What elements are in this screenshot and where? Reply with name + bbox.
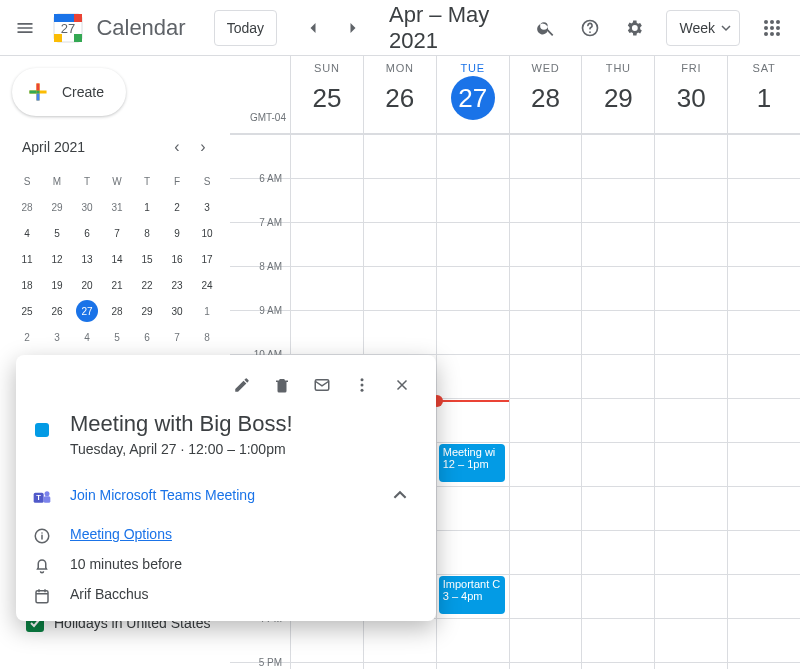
minical-day[interactable]: 18 xyxy=(12,272,42,298)
day-column[interactable] xyxy=(581,134,654,669)
settings-button[interactable] xyxy=(614,8,654,48)
minical-day[interactable]: 29 xyxy=(132,298,162,324)
minical-day[interactable]: 23 xyxy=(162,272,192,298)
minical-day[interactable]: 9 xyxy=(162,220,192,246)
minical-day[interactable]: 7 xyxy=(102,220,132,246)
minical-day[interactable]: 1 xyxy=(192,298,222,324)
minical-day[interactable]: 31 xyxy=(102,194,132,220)
day-header[interactable]: FRI30 xyxy=(654,56,727,133)
minical-dow: M xyxy=(42,168,72,194)
minical-day[interactable]: 27 xyxy=(76,300,98,322)
minical-day[interactable]: 10 xyxy=(192,220,222,246)
minical-day[interactable]: 8 xyxy=(132,220,162,246)
minical-day[interactable]: 12 xyxy=(42,246,72,272)
next-period-button[interactable] xyxy=(333,8,373,48)
minical-day[interactable]: 4 xyxy=(72,324,102,350)
dow-label: WED xyxy=(510,62,582,74)
minical-day[interactable]: 25 xyxy=(12,298,42,324)
day-header[interactable]: THU29 xyxy=(581,56,654,133)
minical-day[interactable]: 17 xyxy=(192,246,222,272)
minical-day[interactable]: 15 xyxy=(132,246,162,272)
minical-day[interactable]: 1 xyxy=(132,194,162,220)
minical-day[interactable]: 28 xyxy=(12,194,42,220)
minical-day[interactable]: 13 xyxy=(72,246,102,272)
edit-event-button[interactable] xyxy=(224,367,260,403)
day-column[interactable]: Meeting wi12 – 1pmImportant C3 – 4pm xyxy=(436,134,509,669)
event-block[interactable]: Meeting wi12 – 1pm xyxy=(439,444,505,482)
svg-point-13 xyxy=(776,26,780,30)
day-header[interactable]: WED28 xyxy=(509,56,582,133)
day-header[interactable]: SUN25 xyxy=(290,56,363,133)
minical-day[interactable]: 5 xyxy=(42,220,72,246)
event-color-chip xyxy=(35,423,49,437)
apps-button[interactable] xyxy=(752,8,792,48)
minical-day[interactable]: 22 xyxy=(132,272,162,298)
minical-day[interactable]: 4 xyxy=(12,220,42,246)
dow-label: MON xyxy=(364,62,436,74)
minical-day[interactable]: 6 xyxy=(132,324,162,350)
svg-point-18 xyxy=(361,378,364,381)
view-label: Week xyxy=(679,20,715,36)
prev-period-button[interactable] xyxy=(293,8,333,48)
collapse-meeting-button[interactable] xyxy=(380,475,420,515)
minical-day[interactable]: 19 xyxy=(42,272,72,298)
create-button[interactable]: Create xyxy=(12,68,126,116)
minical-day[interactable]: 8 xyxy=(192,324,222,350)
day-number[interactable]: 27 xyxy=(451,76,495,120)
meeting-options-link[interactable]: Meeting Options xyxy=(70,526,172,542)
minical-day[interactable]: 28 xyxy=(102,298,132,324)
day-header[interactable]: TUE27 xyxy=(436,56,509,133)
day-number[interactable]: 28 xyxy=(524,76,568,120)
day-header[interactable]: SAT1 xyxy=(727,56,800,133)
reminder-text: 10 minutes before xyxy=(70,556,182,572)
minical-day[interactable]: 14 xyxy=(102,246,132,272)
menu-button[interactable] xyxy=(8,8,42,48)
join-meeting-link[interactable]: Join Microsoft Teams Meeting xyxy=(70,487,255,503)
minical-next[interactable]: › xyxy=(190,134,216,160)
day-column[interactable] xyxy=(509,134,582,669)
minical-day[interactable]: 20 xyxy=(72,272,102,298)
day-column[interactable] xyxy=(727,134,800,669)
more-options-button[interactable] xyxy=(344,367,380,403)
minical-day[interactable]: 16 xyxy=(162,246,192,272)
day-number[interactable]: 30 xyxy=(669,76,713,120)
minical-day[interactable]: 3 xyxy=(42,324,72,350)
event-block-title: Meeting wi xyxy=(443,446,501,458)
minical-day[interactable]: 11 xyxy=(12,246,42,272)
help-button[interactable] xyxy=(570,8,610,48)
minical-day[interactable]: 3 xyxy=(192,194,222,220)
minical-day[interactable]: 2 xyxy=(12,324,42,350)
minical-prev[interactable]: ‹ xyxy=(164,134,190,160)
email-guests-button[interactable] xyxy=(304,367,340,403)
dow-label: THU xyxy=(582,62,654,74)
minical-day[interactable]: 5 xyxy=(102,324,132,350)
event-block[interactable]: Important C3 – 4pm xyxy=(439,576,505,614)
day-number[interactable]: 29 xyxy=(596,76,640,120)
search-button[interactable] xyxy=(526,8,566,48)
view-picker[interactable]: Week xyxy=(666,10,740,46)
minical-day[interactable]: 30 xyxy=(72,194,102,220)
minical-day[interactable]: 21 xyxy=(102,272,132,298)
day-column[interactable] xyxy=(654,134,727,669)
organizer-text: Arif Bacchus xyxy=(70,586,149,602)
bell-icon xyxy=(33,557,51,575)
minical-dow: S xyxy=(192,168,222,194)
delete-event-button[interactable] xyxy=(264,367,300,403)
svg-point-19 xyxy=(361,384,364,387)
minical-day[interactable]: 2 xyxy=(162,194,192,220)
day-header[interactable]: MON26 xyxy=(363,56,436,133)
minical-day[interactable]: 30 xyxy=(162,298,192,324)
svg-point-14 xyxy=(764,32,768,36)
svg-text:T: T xyxy=(36,493,41,502)
close-popup-button[interactable] xyxy=(384,367,420,403)
day-number[interactable]: 26 xyxy=(378,76,422,120)
minical-day[interactable]: 24 xyxy=(192,272,222,298)
day-number[interactable]: 25 xyxy=(305,76,349,120)
day-number[interactable]: 1 xyxy=(742,76,786,120)
minical-day[interactable]: 6 xyxy=(72,220,102,246)
minical-day[interactable]: 29 xyxy=(42,194,72,220)
minical-day[interactable]: 7 xyxy=(162,324,192,350)
minical-day[interactable]: 26 xyxy=(42,298,72,324)
today-button[interactable]: Today xyxy=(214,10,277,46)
minical-title: April 2021 xyxy=(22,139,85,155)
